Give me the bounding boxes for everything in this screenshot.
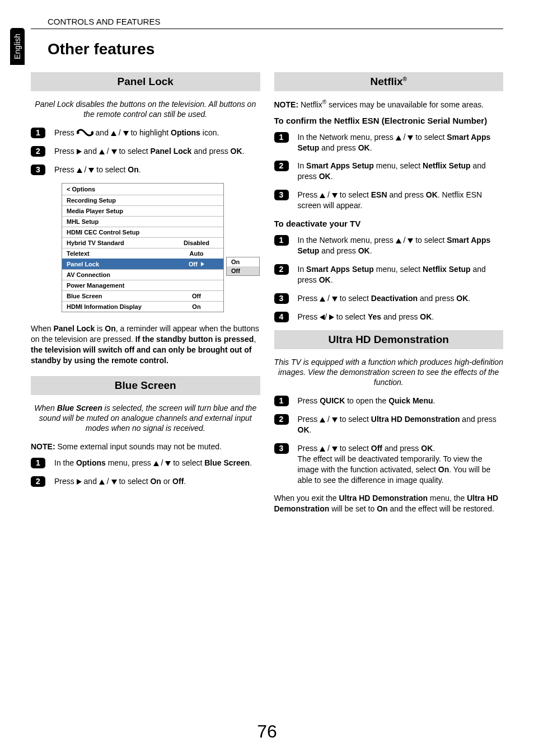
options-menu-header: < Options xyxy=(62,184,223,195)
down-arrow-icon xyxy=(165,461,171,466)
panel-lock-step-3: 3 Press / to select On. xyxy=(31,165,260,175)
menu-row: Media Player Setup xyxy=(62,205,223,216)
down-arrow-icon xyxy=(407,238,413,243)
panel-lock-step-1: 1 Press and / to highlight Options icon. xyxy=(31,128,260,138)
menu-row: HDMI Information DisplayOn xyxy=(62,301,223,312)
right-arrow-icon xyxy=(77,479,82,485)
step-badge-2: 2 xyxy=(274,264,289,275)
up-arrow-icon xyxy=(396,135,401,140)
step-badge-1: 1 xyxy=(274,235,289,246)
options-side-popup: On Off xyxy=(226,257,260,276)
down-arrow-icon xyxy=(332,417,338,422)
up-arrow-icon xyxy=(320,193,325,198)
menu-row: AV Connection xyxy=(62,269,223,280)
step-badge-3: 3 xyxy=(31,165,45,175)
blue-screen-step-2: 2 Press and / to select On or Off. xyxy=(31,476,260,487)
popup-option-on: On xyxy=(227,257,259,266)
menu-row: TeletextAuto xyxy=(62,248,223,259)
language-tab: English xyxy=(10,28,25,65)
svg-point-1 xyxy=(91,132,93,134)
down-arrow-icon xyxy=(88,168,94,173)
netflix-esn-step-3: 3 Press / to select ESN and press OK. Ne… xyxy=(274,190,504,211)
netflix-de-step-1: 1 In the Network menu, press / to select… xyxy=(274,235,504,256)
menu-row: Recording Setup xyxy=(62,195,223,205)
step-badge-1: 1 xyxy=(274,396,289,406)
step-badge-2: 2 xyxy=(31,476,45,487)
netflix-esn-step-1: 1 In the Network menu, press / to select… xyxy=(274,132,504,153)
up-arrow-icon xyxy=(320,417,325,422)
step-badge-2: 2 xyxy=(274,414,289,425)
options-menu: < Options Recording Setup Media Player S… xyxy=(62,183,224,312)
step-badge-1: 1 xyxy=(274,132,289,143)
down-arrow-icon xyxy=(123,131,129,136)
down-arrow-icon xyxy=(111,149,117,154)
up-arrow-icon xyxy=(396,238,401,243)
page-number: 76 xyxy=(0,721,534,742)
uhd-desc: This TV is equipped with a function whic… xyxy=(274,357,504,388)
popup-option-off: Off xyxy=(227,266,259,275)
blue-screen-title: Blue Screen xyxy=(31,376,260,395)
down-arrow-icon xyxy=(332,193,338,198)
down-arrow-icon xyxy=(332,297,338,302)
menu-row: Power Management xyxy=(62,280,223,290)
up-arrow-icon xyxy=(77,168,82,173)
breadcrumb: CONTROLS AND FEATURES xyxy=(31,17,503,26)
uhd-step-1: 1 Press QUICK to open the Quick Menu. xyxy=(274,396,504,406)
uhd-after: When you exit the Ultra HD Demonstration… xyxy=(274,493,504,514)
step-badge-2: 2 xyxy=(274,161,289,171)
down-arrow-icon xyxy=(111,480,117,485)
netflix-title: Netflix® xyxy=(274,72,504,91)
blue-screen-note: NOTE: Some external input sounds may not… xyxy=(31,442,260,451)
panel-lock-note: When Panel Lock is On, a reminder will a… xyxy=(31,323,260,366)
right-arrow-icon xyxy=(329,314,334,320)
menu-row: Hybrid TV StandardDisabled xyxy=(62,237,223,248)
left-arrow-icon xyxy=(320,314,325,320)
blue-screen-desc: When Blue Screen is selected, the screen… xyxy=(31,403,260,434)
page-title: Other features xyxy=(31,40,503,58)
up-arrow-icon xyxy=(99,480,105,485)
up-arrow-icon xyxy=(111,131,116,136)
uhd-step-2: 2 Press / to select Ultra HD Demonstrati… xyxy=(274,414,504,435)
menu-row: HDMI CEC Control Setup xyxy=(62,227,223,237)
panel-lock-desc: Panel Lock disables the buttons on the t… xyxy=(31,99,260,119)
panel-lock-title: Panel Lock xyxy=(31,72,260,91)
menu-row: Blue ScreenOff xyxy=(62,290,223,301)
netflix-note: NOTE: Netflix® services may be unavailab… xyxy=(274,99,504,109)
step-badge-3: 3 xyxy=(274,293,289,304)
header-rule xyxy=(31,29,503,29)
left-column: Panel Lock Panel Lock disables the butto… xyxy=(31,72,260,524)
uhd-title: Ultra HD Demonstration xyxy=(274,330,504,349)
uhd-step-3: 3 Press / to select Off and press OK. Th… xyxy=(274,443,504,486)
step-badge-3: 3 xyxy=(274,190,289,200)
down-arrow-icon xyxy=(407,135,413,140)
blue-screen-step-1: 1 In the Options menu, press / to select… xyxy=(31,458,260,468)
remote-nav-icon xyxy=(77,129,93,137)
step-badge-1: 1 xyxy=(31,458,45,468)
svg-point-0 xyxy=(77,132,79,134)
step-badge-4: 4 xyxy=(274,312,289,322)
up-arrow-icon xyxy=(99,149,105,154)
netflix-de-step-2: 2 In Smart Apps Setup menu, select Netfl… xyxy=(274,264,504,285)
panel-lock-step-2: 2 Press and / to select Panel Lock and p… xyxy=(31,146,260,157)
netflix-esn-heading: To confirm the Netflix ESN (Electronic S… xyxy=(274,116,504,125)
step-badge-1: 1 xyxy=(31,128,45,138)
up-arrow-icon xyxy=(320,447,325,452)
menu-row: MHL Setup xyxy=(62,216,223,227)
up-arrow-icon xyxy=(320,297,325,302)
step-badge-3: 3 xyxy=(274,443,289,454)
up-arrow-icon xyxy=(153,461,159,466)
chevron-right-icon xyxy=(201,262,204,266)
netflix-de-step-4: 4 Press / to select Yes and press OK. xyxy=(274,312,504,322)
netflix-de-step-3: 3 Press / to select Deactivation and pre… xyxy=(274,293,504,304)
netflix-esn-step-2: 2 In Smart Apps Setup menu, select Netfl… xyxy=(274,161,504,182)
menu-row-selected: Panel LockOff xyxy=(62,259,223,269)
down-arrow-icon xyxy=(332,447,338,452)
right-arrow-icon xyxy=(77,149,82,154)
step-badge-2: 2 xyxy=(31,146,45,157)
netflix-deactivate-heading: To deactivate your TV xyxy=(274,219,504,228)
right-column: Netflix® NOTE: Netflix® services may be … xyxy=(274,72,504,524)
